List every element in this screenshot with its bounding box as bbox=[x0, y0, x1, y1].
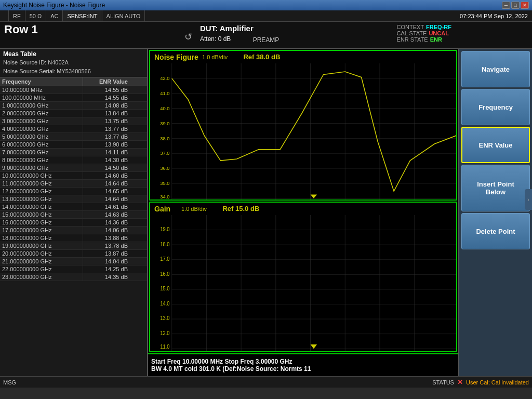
minimize-button[interactable]: ─ bbox=[502, 2, 510, 9]
table-row[interactable]: 15.000000000 GHz14.63 dB bbox=[0, 211, 147, 219]
svg-text:13.0: 13.0 bbox=[160, 315, 170, 322]
context-area: CONTEXT FREQ-RF CAL STATE UNCAL ENR STAT… bbox=[397, 24, 451, 43]
table-row[interactable]: 23.000000000 GHz14.35 dB bbox=[0, 273, 147, 281]
table-row[interactable]: 17.000000000 GHz14.06 dB bbox=[0, 227, 147, 234]
cell-enr-value: 14.55 dB bbox=[83, 94, 130, 101]
cal-state-value: UNCAL bbox=[429, 30, 449, 36]
warning-icon: ✕ bbox=[457, 378, 463, 386]
table-row[interactable]: 20.000000000 GHz13.87 dB bbox=[0, 250, 147, 258]
table-row[interactable]: 14.000000000 GHz14.61 dB bbox=[0, 203, 147, 211]
table-row[interactable]: 5.000000000 GHz13.77 dB bbox=[0, 133, 147, 141]
cell-frequency: 10.000000 MHz bbox=[0, 86, 83, 94]
svg-text:17.0: 17.0 bbox=[160, 256, 170, 262]
table-row[interactable]: 6.000000000 GHz13.90 dB bbox=[0, 141, 147, 149]
table-row[interactable]: 12.000000000 GHz14.65 dB bbox=[0, 188, 147, 195]
enr-value-button[interactable]: ENR Value bbox=[461, 127, 530, 163]
nf-scale: 1.0 dB/div bbox=[202, 54, 228, 60]
svg-text:41.0: 41.0 bbox=[160, 90, 169, 96]
cell-frequency: 22.000000000 GHz bbox=[0, 265, 83, 273]
table-row[interactable]: 10.000000 MHz14.55 dB bbox=[0, 86, 147, 94]
table-row[interactable]: 4.000000000 GHz13.77 dB bbox=[0, 125, 147, 133]
cell-frequency: 21.000000000 GHz bbox=[0, 258, 83, 265]
table-row[interactable]: 11.000000000 GHz14.64 dB bbox=[0, 180, 147, 188]
cell-frequency: 16.000000000 GHz bbox=[0, 219, 83, 226]
cell-enr-value: 13.87 dB bbox=[83, 250, 130, 257]
table-row[interactable]: 19.000000000 GHz13.78 dB bbox=[0, 242, 147, 250]
svg-marker-55 bbox=[311, 344, 317, 349]
delete-point-button[interactable]: Delete Point bbox=[461, 213, 530, 249]
status-empty bbox=[0, 10, 9, 21]
context-value: FREQ-RF bbox=[426, 24, 451, 30]
gain-title: Gain bbox=[152, 204, 172, 214]
cell-enr-value: 14.08 dB bbox=[83, 102, 130, 109]
status-ac: AC bbox=[46, 10, 63, 21]
enr-state-value: ENR bbox=[430, 36, 442, 43]
cell-frequency: 18.000000000 GHz bbox=[0, 234, 83, 242]
cell-enr-value: 14.60 dB bbox=[83, 172, 130, 179]
cell-frequency: 12.000000000 GHz bbox=[0, 188, 83, 195]
col-header-frequency: Frequency bbox=[0, 77, 83, 86]
cell-enr-value: 13.88 dB bbox=[83, 234, 130, 242]
close-button[interactable]: ✕ bbox=[521, 2, 529, 9]
frequency-button[interactable]: Frequency bbox=[461, 89, 530, 125]
noise-figure-svg: 42.0 41.0 40.0 39.0 38.0 37.0 36.0 35.0 … bbox=[150, 63, 456, 200]
noise-source-id: Noise Source ID: N4002A bbox=[3, 58, 144, 67]
cell-frequency: 20.000000000 GHz bbox=[0, 250, 83, 257]
table-row[interactable]: 16.000000000 GHz14.36 dB bbox=[0, 219, 147, 227]
table-row[interactable]: 3.000000000 GHz13.75 dB bbox=[0, 117, 147, 125]
title-text: Keysight Noise Figure - Noise Figure bbox=[3, 2, 105, 9]
table-header-row: Frequency ENR Value bbox=[0, 77, 147, 86]
right-edge-tab[interactable]: › bbox=[525, 189, 532, 210]
main-content: Meas Table Noise Source ID: N4002A Noise… bbox=[0, 49, 532, 376]
cell-enr-value: 13.75 dB bbox=[83, 117, 130, 125]
svg-text:36.0: 36.0 bbox=[160, 165, 169, 171]
cell-frequency: 8.000000000 GHz bbox=[0, 156, 83, 164]
cell-enr-value: 14.64 dB bbox=[83, 195, 130, 203]
svg-text:39.0: 39.0 bbox=[160, 121, 169, 126]
table-row[interactable]: 13.000000000 GHz14.64 dB bbox=[0, 195, 147, 203]
svg-text:16.0: 16.0 bbox=[160, 271, 170, 277]
cell-enr-value: 14.36 dB bbox=[83, 219, 130, 226]
cell-frequency: 14.000000000 GHz bbox=[0, 203, 83, 210]
table-row[interactable]: 18.000000000 GHz13.88 dB bbox=[0, 234, 147, 242]
table-scroll[interactable]: 10.000000 MHz14.55 dB100.000000 MHz14.55… bbox=[0, 86, 147, 376]
cell-frequency: 10.000000000 GHz bbox=[0, 172, 83, 179]
table-row[interactable]: 2.000000000 GHz13.84 dB bbox=[0, 110, 147, 117]
navigate-button[interactable]: Navigate bbox=[461, 51, 530, 87]
table-row[interactable]: 10.000000000 GHz14.60 dB bbox=[0, 172, 147, 180]
svg-text:34.0: 34.0 bbox=[160, 194, 169, 200]
table-row[interactable]: 1.000000000 GHz14.08 dB bbox=[0, 102, 147, 110]
bottom-status-bar: MSG STATUS ✕ User Cal; Cal invalidated bbox=[0, 376, 532, 388]
cell-frequency: 11.000000000 GHz bbox=[0, 180, 83, 187]
bottom-info-line2: BW 4.0 MT cold 301.0 K (Def:Noise Source… bbox=[151, 365, 455, 373]
cell-frequency: 17.000000000 GHz bbox=[0, 227, 83, 234]
cal-state-key: CAL STATE bbox=[397, 30, 427, 36]
charts-area: Noise Figure 1.0 dB/div Ref 38.0 dB bbox=[148, 49, 459, 376]
gain-chart: Gain 1.0 dB/div Ref 15.0 dB bbox=[149, 202, 457, 352]
cell-enr-value: 13.77 dB bbox=[83, 133, 130, 140]
table-row[interactable]: 7.000000000 GHz14.11 dB bbox=[0, 149, 147, 156]
cell-frequency: 3.000000000 GHz bbox=[0, 117, 83, 125]
svg-text:14.0: 14.0 bbox=[160, 300, 170, 307]
status-datetime: 07:23:44 PM Sep 12, 2022 bbox=[456, 10, 532, 21]
maximize-button[interactable]: □ bbox=[511, 2, 520, 9]
status-bar-top: RF 50 Ω AC SENSE:INT ALIGN AUTO 07:23:44… bbox=[0, 10, 532, 22]
cell-frequency: 19.000000000 GHz bbox=[0, 242, 83, 249]
svg-text:12.0: 12.0 bbox=[160, 330, 170, 336]
cell-enr-value: 14.61 dB bbox=[83, 203, 130, 210]
cell-enr-value: 13.77 dB bbox=[83, 125, 130, 132]
cell-enr-value: 14.63 dB bbox=[83, 211, 130, 218]
table-row[interactable]: 9.000000000 GHz14.50 dB bbox=[0, 164, 147, 172]
table-row[interactable]: 21.000000000 GHz14.04 dB bbox=[0, 258, 147, 265]
svg-text:11.0: 11.0 bbox=[160, 344, 170, 350]
table-row[interactable]: 8.000000000 GHz14.30 dB bbox=[0, 156, 147, 164]
cell-enr-value: 14.50 dB bbox=[83, 164, 130, 171]
status-sense: SENSE:INT bbox=[63, 10, 102, 21]
cell-enr-value: 14.65 dB bbox=[83, 188, 130, 195]
cell-frequency: 2.000000000 GHz bbox=[0, 110, 83, 117]
cell-enr-value: 14.11 dB bbox=[83, 149, 130, 156]
table-row[interactable]: 22.000000000 GHz14.25 dB bbox=[0, 265, 147, 273]
insert-point-below-button[interactable]: Insert PointBelow bbox=[461, 165, 530, 211]
table-row[interactable]: 100.000000 MHz14.55 dB bbox=[0, 94, 147, 102]
cell-frequency: 6.000000000 GHz bbox=[0, 141, 83, 148]
